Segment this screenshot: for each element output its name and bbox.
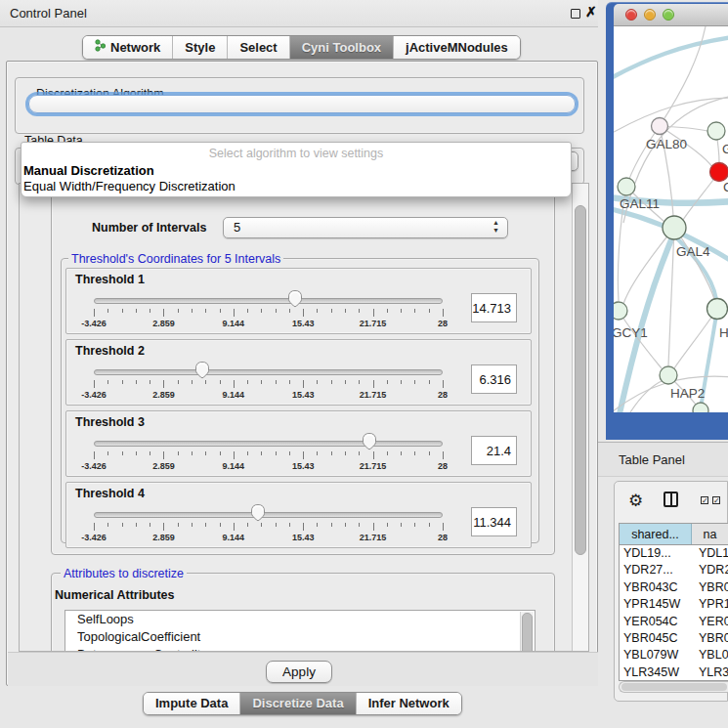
close-traffic-icon[interactable] <box>625 9 637 21</box>
slider-track[interactable] <box>94 512 443 518</box>
number-of-intervals-combobox[interactable]: 5 ▲▼ <box>223 217 508 238</box>
slider-thumb[interactable] <box>287 289 303 308</box>
panel-title: Control Panel <box>10 6 87 21</box>
tick-mark <box>192 309 193 313</box>
zoom-traffic-icon[interactable] <box>663 9 674 21</box>
float-window-icon[interactable] <box>571 9 580 19</box>
tick-mark <box>234 309 235 317</box>
tick-mark <box>107 523 108 527</box>
list-scrollbar[interactable] <box>520 612 534 652</box>
apply-button[interactable]: Apply <box>266 661 332 683</box>
tick-mark <box>247 309 248 313</box>
table-row[interactable]: YER054CYER0 <box>620 614 728 630</box>
threshold-value-field[interactable]: 21.4 <box>471 436 517 465</box>
panel-scrollbar-thumb[interactable] <box>575 205 586 555</box>
table-panel-titlebar: Table Panel <box>598 442 728 477</box>
table-row[interactable]: YPR145WYPR1 <box>620 596 728 613</box>
algorithm-option-equal-width[interactable]: Equal Width/Frequency Discretization <box>23 179 236 193</box>
tab-discretize-data[interactable]: Discretize Data <box>240 693 356 714</box>
table-panel-window: ⚙ ✓ ✓ shared... na YDL19...YDL1YDR27...Y… <box>614 481 728 702</box>
tick-mark <box>401 523 402 527</box>
slider-thumb[interactable] <box>250 503 266 522</box>
algorithm-option-manual[interactable]: Manual Discretization <box>23 163 154 178</box>
threshold-value-field[interactable]: 6.316 <box>471 364 517 394</box>
node-label: GAL11 <box>620 196 660 211</box>
tab-jactivemnodules[interactable]: jActiveMNodules <box>394 36 520 59</box>
tick-mark <box>94 451 95 459</box>
slider-track[interactable] <box>94 298 443 304</box>
table-row[interactable]: YDL19...YDL1 <box>620 545 728 562</box>
close-icon[interactable]: ✗ <box>585 4 597 20</box>
network-window-titlebar <box>614 4 728 26</box>
tick-mark <box>276 451 277 455</box>
network-node-gal11[interactable] <box>618 178 635 195</box>
tab-label: Select <box>239 40 277 55</box>
table-row[interactable]: YBL079WYBL0 <box>620 647 728 664</box>
node-table: shared... na YDL19...YDL1YDR27...YDR2YBR… <box>619 523 728 681</box>
table-row[interactable]: YBR045CYBR0 <box>620 630 728 647</box>
tick-mark <box>414 380 415 384</box>
checkbox-icon[interactable]: ✓ <box>712 496 720 504</box>
tick-mark <box>443 523 444 531</box>
tick-mark <box>359 380 360 384</box>
tab-impute-data[interactable]: Impute Data <box>144 693 240 714</box>
tick-label: 2.859 <box>152 319 175 328</box>
table-row[interactable]: YLR345WYLR3 <box>620 664 728 681</box>
table-row[interactable]: YDR27...YDR2 <box>620 562 728 578</box>
network-node-c[interactable] <box>710 163 728 182</box>
list-item[interactable]: SelfLoops <box>65 611 535 628</box>
network-node-unlabeled[interactable] <box>693 403 708 412</box>
slider-thumb[interactable] <box>194 361 210 379</box>
list-item[interactable]: TopologicalCoefficient <box>65 628 535 646</box>
tick-label: -3.426 <box>81 533 107 542</box>
tab-select[interactable]: Select <box>228 36 289 59</box>
slider-track[interactable] <box>94 369 443 375</box>
network-icon <box>95 39 106 55</box>
tick-mark <box>247 451 248 455</box>
network-edge[interactable] <box>626 126 660 187</box>
slider-thumb[interactable] <box>362 432 377 450</box>
tick-mark <box>387 523 388 527</box>
tab-network[interactable]: Network <box>83 36 173 59</box>
slider-track[interactable] <box>94 441 443 447</box>
network-node-h[interactable] <box>707 299 728 320</box>
threshold-row: Threshold 1-3.4262.8599.14415.4321.71528… <box>65 268 532 334</box>
tab-cyni-toolbox[interactable]: Cyni Toolbox <box>290 36 394 59</box>
tick-label: 28 <box>438 390 448 400</box>
network-edge[interactable] <box>614 37 728 83</box>
tick-mark <box>289 451 290 455</box>
network-node-ga[interactable] <box>707 122 725 140</box>
tab-style[interactable]: Style <box>173 36 228 59</box>
threshold-value-field[interactable]: 11.344 <box>471 507 517 536</box>
cell-name: YBR0 <box>692 630 728 647</box>
table-hscrollbar-thumb[interactable] <box>621 683 727 691</box>
tick-mark <box>192 451 193 455</box>
network-canvas[interactable]: GAL80GACGAL11GAL4GCY1HHAP2 <box>614 26 728 412</box>
network-node-hap2[interactable] <box>660 366 677 384</box>
tick-label: 2.859 <box>152 461 175 471</box>
list-scrollbar-thumb[interactable] <box>522 613 533 652</box>
combo-arrows-icon: ▲▼ <box>492 219 499 235</box>
checkbox-icon[interactable]: ✓ <box>701 496 708 504</box>
network-node-gal80[interactable] <box>652 118 668 135</box>
tick-mark <box>359 523 360 527</box>
table-horizontal-scrollbar[interactable] <box>619 681 728 693</box>
tab-label: Style <box>185 40 215 55</box>
tick-mark <box>387 451 388 455</box>
columns-icon[interactable] <box>664 492 678 507</box>
gear-icon[interactable]: ⚙ <box>628 491 643 511</box>
cell-name: YER0 <box>692 614 728 630</box>
column-header-name[interactable]: na <box>692 524 728 544</box>
network-node-gcy1[interactable] <box>614 302 627 320</box>
column-header-shared-name[interactable]: shared... <box>620 524 692 544</box>
table-row[interactable]: YBR043CYBR0 <box>620 579 728 596</box>
minimize-traffic-icon[interactable] <box>644 9 656 21</box>
tick-mark <box>345 309 346 313</box>
tick-mark <box>178 523 179 527</box>
network-node-gal4[interactable] <box>663 216 686 239</box>
panel-scrollbar[interactable] <box>572 184 588 651</box>
tab-infer-network[interactable]: Infer Network <box>357 693 461 714</box>
algorithm-combobox[interactable] <box>28 95 576 113</box>
threshold-value-field[interactable]: 14.713 <box>471 293 517 322</box>
numerical-attributes-list[interactable]: SelfLoopsTopologicalCoefficientBetweenne… <box>64 610 535 652</box>
